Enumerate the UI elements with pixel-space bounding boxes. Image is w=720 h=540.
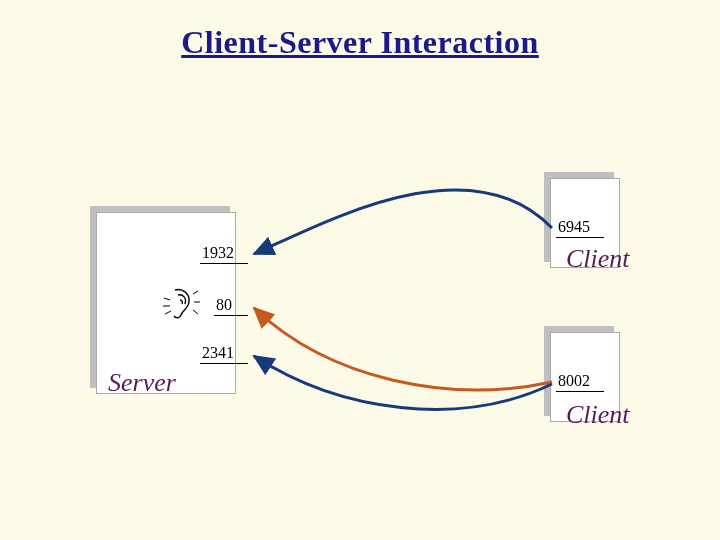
arrow-8002-to-2341: [254, 356, 552, 409]
server-port-80: 80: [214, 296, 248, 314]
server-label: Server: [108, 368, 176, 398]
svg-line-2: [165, 311, 171, 314]
port-number: 8002: [556, 372, 592, 390]
diagram-stage: Client-Server Interaction 1932 80 2341: [0, 0, 720, 540]
diagram-title: Client-Server Interaction: [0, 24, 720, 61]
client2-port: 8002: [556, 372, 604, 390]
svg-line-3: [193, 291, 198, 294]
port-number: 1932: [200, 244, 236, 262]
arrow-6945-to-1932: [254, 190, 552, 254]
arrow-8002-to-80: [254, 308, 552, 390]
server-port-1932: 1932: [200, 244, 248, 262]
client1-port: 6945: [556, 218, 604, 236]
port-number: 80: [214, 296, 234, 314]
client1-label: Client: [566, 244, 630, 274]
client2-label: Client: [566, 400, 630, 430]
port-number: 2341: [200, 344, 236, 362]
ear-icon: [160, 284, 200, 324]
svg-line-5: [193, 310, 198, 314]
server-port-2341: 2341: [200, 344, 248, 362]
svg-line-0: [164, 298, 170, 300]
port-number: 6945: [556, 218, 592, 236]
